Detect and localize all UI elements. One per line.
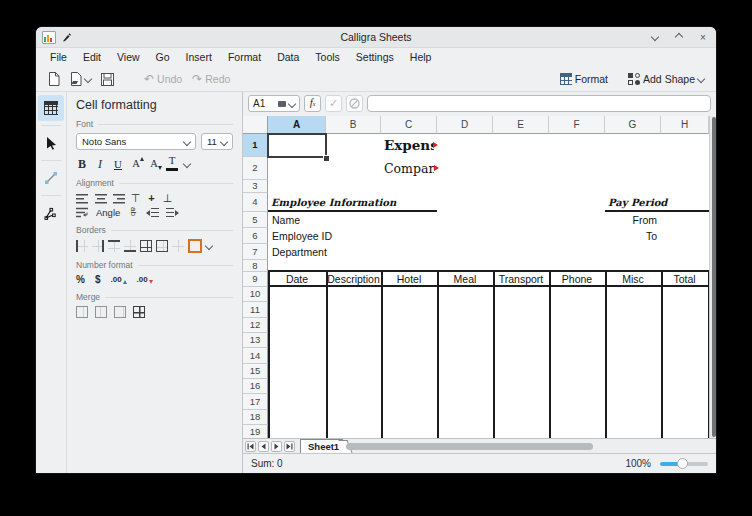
row-header-13[interactable]: 13 — [243, 333, 268, 348]
align-bottom-button[interactable]: ⊥ — [162, 192, 173, 204]
row-header-16[interactable]: 16 — [243, 379, 268, 394]
row-header-11[interactable]: 11 — [243, 302, 268, 318]
border-color-chevron-icon[interactable] — [205, 242, 213, 250]
menu-go[interactable]: Go — [148, 48, 178, 67]
grid-corner[interactable] — [243, 116, 268, 134]
align-left-button[interactable] — [76, 193, 89, 204]
menu-settings[interactable]: Settings — [348, 48, 402, 67]
tool-line[interactable] — [38, 165, 64, 191]
add-shape-button[interactable]: Add Shape — [624, 71, 708, 87]
column-header-G[interactable]: G — [605, 116, 661, 134]
merge-vertical-button[interactable] — [114, 306, 126, 318]
decrease-precision-button[interactable]: .00 — [137, 275, 153, 284]
menu-view[interactable]: View — [109, 48, 148, 67]
row-header-10[interactable]: 10 — [243, 287, 268, 302]
vertical-scrollbar[interactable] — [709, 116, 716, 438]
vertical-scrollbar-thumb[interactable] — [712, 117, 716, 437]
cell-pay-period[interactable]: Pay Period — [606, 193, 686, 212]
row-header-7[interactable]: 7 — [243, 244, 268, 260]
menu-help[interactable]: Help — [402, 48, 440, 67]
menu-data[interactable]: Data — [269, 48, 307, 67]
row-header-12[interactable]: 12 — [243, 318, 268, 333]
border-color-button[interactable] — [188, 239, 202, 253]
title-bar[interactable]: Calligra Sheets × — [36, 27, 716, 48]
open-document-button[interactable] — [66, 70, 95, 88]
formula-input[interactable] — [367, 95, 711, 112]
row-header-18[interactable]: 18 — [243, 410, 268, 425]
vertical-text-button[interactable]: ab — [128, 207, 138, 219]
selection-fill-handle[interactable] — [323, 155, 330, 162]
border-right-button[interactable] — [92, 240, 104, 252]
cell-title-expense[interactable]: Expense — [382, 134, 434, 157]
cancel-formula-button[interactable] — [346, 95, 363, 112]
column-header-H[interactable]: H — [661, 116, 709, 134]
align-center-button[interactable] — [94, 193, 107, 204]
wrap-text-button[interactable] — [76, 207, 89, 218]
row-header-3[interactable]: 3 — [243, 180, 268, 193]
percent-format-button[interactable]: % — [76, 274, 85, 285]
row-header-4[interactable]: 4 — [243, 193, 268, 212]
undo-button[interactable]: ↶ Undo — [140, 71, 186, 87]
menu-format[interactable]: Format — [220, 48, 269, 67]
superscript-button[interactable]: A — [130, 157, 142, 171]
row-header-1[interactable]: 1 — [243, 134, 268, 157]
cell-from-label[interactable]: From — [605, 212, 659, 228]
border-left-button[interactable] — [76, 240, 88, 252]
increase-indent-button[interactable] — [166, 208, 179, 217]
increase-precision-button[interactable]: .00 — [110, 275, 126, 284]
border-none-button[interactable] — [172, 240, 184, 252]
row-header-14[interactable]: 14 — [243, 348, 268, 364]
row-header-9[interactable]: 9 — [243, 272, 268, 287]
cell-subtitle-company[interactable]: Compan — [382, 157, 434, 180]
menu-file[interactable]: File — [42, 48, 75, 67]
first-sheet-button[interactable] — [245, 441, 256, 452]
merge-cells-button[interactable] — [76, 306, 88, 318]
subscript-button[interactable]: A — [148, 157, 160, 171]
angle-button[interactable]: Angle — [96, 207, 120, 218]
italic-button[interactable]: I — [94, 157, 106, 171]
cell-reference-box[interactable]: A1 — [248, 95, 300, 112]
insert-function-button[interactable]: fx — [304, 95, 321, 112]
text-color-button[interactable]: T — [166, 156, 178, 171]
save-button[interactable] — [97, 71, 118, 88]
align-top-button[interactable]: ⊤ — [130, 192, 141, 204]
column-header-A[interactable]: A — [268, 116, 326, 134]
accept-formula-button[interactable]: ✓ — [325, 95, 342, 112]
tool-selection[interactable] — [38, 130, 64, 156]
border-top-button[interactable] — [108, 240, 120, 252]
next-sheet-button[interactable] — [271, 441, 282, 452]
zoom-slider[interactable] — [660, 462, 708, 466]
row-header-17[interactable]: 17 — [243, 394, 268, 410]
cell-employee-id-label[interactable]: Employee ID — [270, 228, 350, 244]
column-header-B[interactable]: B — [326, 116, 381, 134]
cell-department-label[interactable]: Department — [270, 244, 350, 260]
column-header-F[interactable]: F — [549, 116, 605, 134]
merge-horizontal-button[interactable] — [95, 306, 107, 318]
horizontal-scrollbar-thumb[interactable] — [346, 443, 593, 450]
row-header-2[interactable]: 2 — [243, 157, 268, 180]
row-header-19[interactable]: 19 — [243, 425, 268, 438]
format-button[interactable]: Format — [556, 71, 612, 87]
decrease-indent-button[interactable] — [146, 208, 159, 217]
previous-sheet-button[interactable] — [258, 441, 269, 452]
row-header-6[interactable]: 6 — [243, 228, 268, 244]
sheet-tab-sheet1[interactable]: Sheet1 — [300, 439, 343, 453]
tool-path[interactable] — [38, 200, 64, 226]
column-header-E[interactable]: E — [493, 116, 549, 134]
font-family-select[interactable]: Noto Sans — [76, 133, 196, 150]
zoom-slider-handle[interactable] — [677, 458, 688, 469]
bold-button[interactable]: B — [76, 157, 88, 171]
column-header-C[interactable]: C — [381, 116, 437, 134]
dissociate-cells-button[interactable] — [133, 306, 145, 318]
menu-insert[interactable]: Insert — [178, 48, 220, 67]
row-header-8[interactable]: 8 — [243, 260, 268, 272]
underline-button[interactable]: U — [112, 157, 124, 171]
last-sheet-button[interactable] — [284, 441, 295, 452]
cell-to-label[interactable]: To — [605, 228, 659, 244]
border-all-button[interactable] — [140, 240, 152, 252]
menu-tools[interactable]: Tools — [307, 48, 348, 67]
row-header-15[interactable]: 15 — [243, 364, 268, 379]
border-outline-button[interactable] — [156, 240, 168, 252]
row-header-5[interactable]: 5 — [243, 212, 268, 228]
tool-cell-formatting[interactable] — [38, 95, 64, 121]
